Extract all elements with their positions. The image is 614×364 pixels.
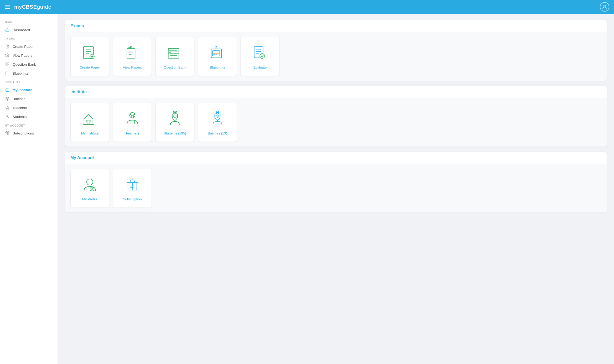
hamburger-menu[interactable] (5, 5, 10, 9)
sidebar-section-my-account: MY ACCOUNT (0, 121, 58, 129)
subscription-icon (123, 176, 142, 195)
sidebar-label-dashboard: Dashboard (13, 28, 30, 32)
exams-section-title: Exams (65, 20, 607, 32)
card-label-view-papers: View Papers (123, 65, 142, 69)
svg-point-53 (133, 113, 135, 115)
card-view-papers[interactable]: View Papers (113, 37, 152, 76)
svg-point-0 (604, 5, 606, 7)
card-label-subscription: Subscription (123, 197, 142, 201)
card-my-profile[interactable]: My Profile (70, 169, 109, 208)
svg-marker-12 (6, 97, 9, 99)
sidebar-label-students: Students (13, 115, 27, 119)
card-my-institute[interactable]: My Institute (70, 103, 109, 142)
card-label-teachers: Teachers (126, 131, 139, 135)
layers-icon (5, 53, 10, 58)
svg-rect-5 (8, 63, 9, 64)
sidebar-label-create-paper: Create Paper (13, 45, 34, 49)
question-bank-icon (165, 44, 184, 63)
my-profile-icon (80, 176, 99, 195)
exams-cards-grid: Create Paper View Papers (65, 32, 607, 81)
sidebar-label-blueprints: Blueprints (13, 71, 28, 75)
sidebar: MAIN Dashboard EXAMS Create Paper View P… (0, 14, 58, 364)
sidebar-item-students[interactable]: Students (0, 112, 58, 121)
star-icon (5, 106, 10, 110)
user-icon (5, 115, 10, 119)
sidebar-label-view-papers: View Papers (13, 54, 33, 58)
create-paper-icon (80, 44, 99, 63)
avatar-button[interactable] (600, 2, 609, 12)
gift-icon (5, 131, 10, 135)
card-blueprints[interactable]: Blueprints (198, 37, 237, 76)
card-label-batches: Batches (13) (208, 131, 227, 135)
card-create-paper[interactable]: Create Paper (70, 37, 109, 76)
svg-point-58 (173, 111, 177, 112)
sidebar-item-question-bank[interactable]: Question Bank (0, 60, 58, 69)
main-content: Exams Creat (58, 14, 614, 364)
svg-rect-7 (8, 65, 9, 66)
svg-rect-4 (6, 63, 7, 64)
view-papers-icon (123, 44, 142, 63)
svg-point-54 (131, 115, 134, 117)
app-header: myCBSEguide (0, 0, 614, 14)
card-label-my-institute: My Institute (81, 131, 98, 135)
svg-rect-6 (6, 65, 7, 66)
svg-rect-8 (6, 72, 9, 75)
sidebar-section-exams: EXAMS (0, 34, 58, 42)
svg-rect-33 (169, 52, 170, 54)
students-icon (165, 110, 184, 129)
sidebar-item-create-paper[interactable]: Create Paper (0, 42, 58, 51)
svg-point-14 (7, 115, 8, 117)
institute-section-title: Institute (65, 86, 607, 98)
institute-section: Institute My Institute (65, 86, 607, 147)
card-label-students: Students (195) (164, 131, 186, 135)
file-icon (5, 44, 10, 49)
blueprints-icon (208, 44, 227, 63)
sidebar-label-question-bank: Question Bank (13, 63, 36, 66)
sidebar-item-dashboard[interactable]: Dashboard (0, 25, 58, 34)
card-subscription[interactable]: Subscription (113, 169, 152, 208)
card-batches[interactable]: Batches (13) (198, 103, 237, 142)
grid-icon (5, 62, 10, 66)
sidebar-item-subscriptions[interactable]: Subscriptions (0, 129, 58, 138)
my-account-cards-grid: My Profile Subscription (65, 164, 607, 212)
my-account-section-title: My Account (65, 152, 607, 164)
sidebar-item-my-institute[interactable]: My Institute (0, 85, 58, 94)
card-question-bank[interactable]: Question Bank (155, 37, 194, 76)
teachers-icon (123, 110, 142, 129)
svg-rect-46 (87, 120, 90, 124)
sidebar-item-batches[interactable]: Batches (0, 94, 58, 103)
svg-marker-13 (6, 106, 9, 109)
sidebar-section-institute: INSTITUTE (0, 78, 58, 85)
svg-rect-47 (85, 120, 87, 122)
sidebar-label-my-institute: My Institute (13, 88, 32, 92)
card-students[interactable]: Students (195) (155, 103, 194, 142)
svg-point-62 (216, 115, 219, 117)
my-account-section: My Account My Profile (65, 152, 607, 212)
sidebar-item-blueprints[interactable]: Blueprints (0, 69, 58, 78)
sidebar-item-view-papers[interactable]: View Papers (0, 51, 58, 60)
layers-icon-batches (5, 97, 10, 101)
home-icon-institute (5, 88, 10, 92)
batches-icon (208, 110, 227, 129)
home-icon (5, 28, 10, 32)
card-evaluate[interactable]: Evaluate (241, 37, 279, 76)
card-label-evaluate: Evaluate (253, 65, 267, 69)
svg-point-38 (215, 46, 217, 47)
my-institute-icon (80, 110, 99, 129)
card-label-my-profile: My Profile (82, 197, 97, 201)
sidebar-label-subscriptions: Subscriptions (13, 131, 34, 135)
card-teachers[interactable]: Teachers (113, 103, 152, 142)
card-label-question-bank: Question Bank (164, 65, 186, 69)
sidebar-item-teachers[interactable]: Teachers (0, 103, 58, 112)
svg-point-52 (130, 113, 131, 115)
svg-marker-3 (6, 54, 9, 55)
app-body: MAIN Dashboard EXAMS Create Paper View P… (0, 14, 614, 364)
sidebar-label-teachers: Teachers (13, 106, 27, 110)
svg-point-61 (216, 111, 219, 112)
svg-point-59 (174, 115, 176, 117)
app-title: myCBSEguide (14, 4, 51, 10)
institute-cards-grid: My Institute (65, 98, 607, 147)
svg-point-64 (87, 179, 93, 185)
svg-rect-24 (127, 48, 135, 58)
sidebar-label-batches: Batches (13, 97, 25, 101)
